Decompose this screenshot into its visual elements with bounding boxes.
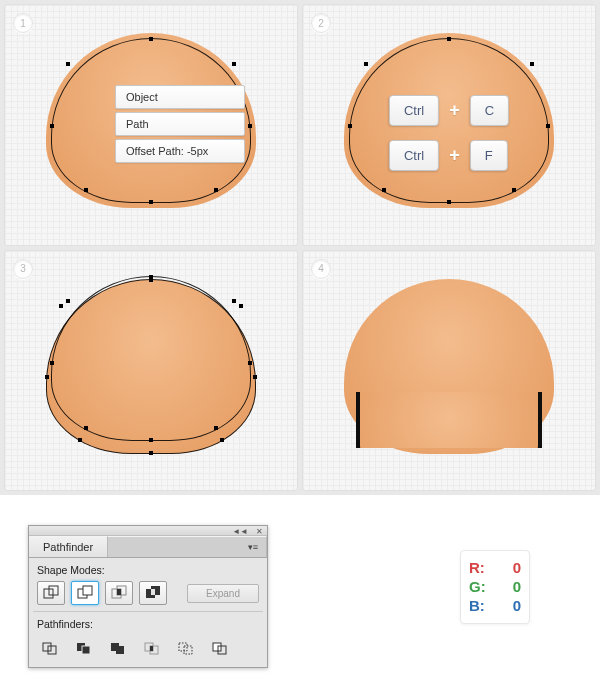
svg-rect-15: [116, 646, 124, 654]
menu-hint-stack: Object Path Offset Path: -5px: [115, 85, 245, 163]
svg-rect-19: [179, 643, 187, 651]
collapse-icon[interactable]: ◄◄: [232, 527, 248, 536]
intersect-button[interactable]: [105, 581, 133, 605]
anchor-point[interactable]: [364, 62, 368, 66]
anchor-point[interactable]: [447, 200, 451, 204]
g-value: 0: [513, 578, 521, 596]
merge-button[interactable]: [105, 637, 131, 659]
anchor-point[interactable]: [149, 275, 153, 279]
keyboard-shortcuts: Ctrl + C Ctrl + F: [389, 95, 509, 171]
svg-rect-3: [83, 586, 92, 595]
minus-back-button[interactable]: [207, 637, 233, 659]
plus-icon: +: [449, 100, 460, 121]
rgb-r-row: R: 0: [469, 559, 521, 577]
svg-rect-20: [184, 646, 192, 654]
anchor-point[interactable]: [348, 124, 352, 128]
anchor-point[interactable]: [149, 438, 153, 442]
svg-rect-18: [150, 646, 153, 651]
g-label: G:: [469, 578, 486, 596]
step-2-badge: 2: [311, 13, 331, 33]
minus-front-button[interactable]: [71, 581, 99, 605]
anchor-point[interactable]: [149, 37, 153, 41]
shortcut-copy: Ctrl + C: [389, 95, 509, 126]
minus-front-result-shape[interactable]: [356, 392, 542, 448]
panel-titlebar[interactable]: ◄◄ ✕: [29, 526, 267, 536]
svg-rect-10: [43, 643, 51, 651]
rgb-b-row: B: 0: [469, 597, 521, 615]
flyout-menu-icon[interactable]: ▾≡: [248, 542, 258, 552]
tab-pathfinder[interactable]: Pathfinder: [29, 536, 108, 557]
anchor-point[interactable]: [232, 299, 236, 303]
step-4-cell: 4: [302, 250, 596, 492]
rgb-values-card: R: 0 G: 0 B: 0: [460, 550, 530, 624]
anchor-point[interactable]: [530, 62, 534, 66]
tutorial-grid: 1 Object Path Offset Path: -5px 2: [0, 0, 600, 495]
panel-tabs: Pathfinder ▾≡: [29, 536, 267, 558]
plus-icon: +: [449, 145, 460, 166]
step-2-cell: 2 Ctrl + C Ctrl + F: [302, 4, 596, 246]
anchor-point[interactable]: [512, 188, 516, 192]
b-value: 0: [513, 597, 521, 615]
anchor-point[interactable]: [248, 124, 252, 128]
anchor-point[interactable]: [66, 62, 70, 66]
svg-rect-13: [82, 646, 90, 654]
menu-offset-path[interactable]: Offset Path: -5px: [115, 139, 245, 163]
b-label: B:: [469, 597, 485, 615]
unite-button[interactable]: [37, 581, 65, 605]
svg-rect-11: [48, 646, 56, 654]
ctrl-key: Ctrl: [389, 95, 439, 126]
anchor-point[interactable]: [447, 37, 451, 41]
anchor-point[interactable]: [214, 426, 218, 430]
f-key: F: [470, 140, 508, 171]
anchor-point[interactable]: [45, 375, 49, 379]
egg-shape-inner-path[interactable]: [51, 276, 251, 441]
menu-path[interactable]: Path: [115, 112, 245, 136]
anchor-point[interactable]: [248, 361, 252, 365]
svg-rect-9: [151, 589, 155, 595]
anchor-point[interactable]: [84, 188, 88, 192]
expand-button: Expand: [187, 584, 259, 603]
r-value: 0: [513, 559, 521, 577]
pathfinder-panel[interactable]: ◄◄ ✕ Pathfinder ▾≡ Shape Modes: Expand: [28, 525, 268, 668]
divide-button[interactable]: [37, 637, 63, 659]
anchor-point[interactable]: [253, 375, 257, 379]
anchor-point[interactable]: [214, 188, 218, 192]
c-key: C: [470, 95, 509, 126]
anchor-point[interactable]: [66, 299, 70, 303]
bottom-strip: ◄◄ ✕ Pathfinder ▾≡ Shape Modes: Expand: [0, 495, 600, 685]
anchor-point[interactable]: [50, 124, 54, 128]
step-1-cell: 1 Object Path Offset Path: -5px: [4, 4, 298, 246]
step-1-badge: 1: [13, 13, 33, 33]
shape-modes-label: Shape Modes:: [29, 558, 267, 578]
anchor-point[interactable]: [232, 62, 236, 66]
close-icon[interactable]: ✕: [256, 527, 263, 536]
anchor-point[interactable]: [84, 426, 88, 430]
shortcut-paste-front: Ctrl + F: [389, 140, 509, 171]
svg-rect-6: [117, 589, 121, 595]
anchor-point[interactable]: [149, 451, 153, 455]
crop-button[interactable]: [139, 637, 165, 659]
shape-modes-row: Expand: [29, 578, 267, 611]
exclude-button[interactable]: [139, 581, 167, 605]
outline-button[interactable]: [173, 637, 199, 659]
trim-button[interactable]: [71, 637, 97, 659]
anchor-point[interactable]: [220, 438, 224, 442]
anchor-point[interactable]: [546, 124, 550, 128]
pathfinders-label: Pathfinders:: [29, 612, 267, 632]
svg-rect-21: [213, 643, 221, 651]
anchor-point[interactable]: [382, 188, 386, 192]
r-label: R:: [469, 559, 485, 577]
step-3-badge: 3: [13, 259, 33, 279]
step-3-cell: 3: [4, 250, 298, 492]
anchor-point[interactable]: [78, 438, 82, 442]
anchor-point[interactable]: [59, 304, 63, 308]
step-4-badge: 4: [311, 259, 331, 279]
anchor-point[interactable]: [239, 304, 243, 308]
anchor-point[interactable]: [50, 361, 54, 365]
ctrl-key: Ctrl: [389, 140, 439, 171]
pathfinders-row: [29, 632, 267, 667]
menu-object[interactable]: Object: [115, 85, 245, 109]
anchor-point[interactable]: [149, 200, 153, 204]
panel-flyout[interactable]: ▾≡: [108, 536, 267, 557]
rgb-g-row: G: 0: [469, 578, 521, 596]
